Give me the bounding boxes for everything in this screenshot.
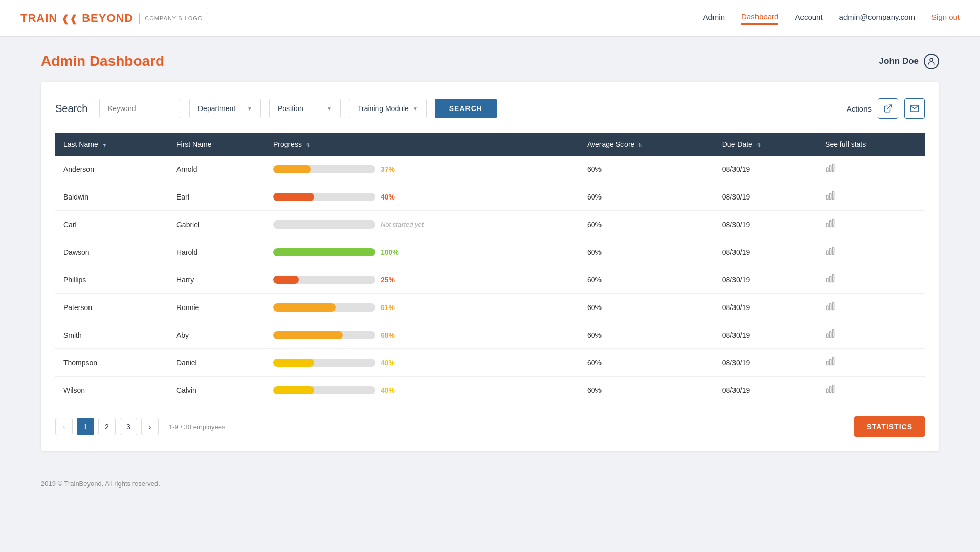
export-icon-button[interactable] (878, 98, 898, 119)
progress-cell: 25% (273, 276, 571, 284)
progress-bar-bg (273, 165, 375, 173)
svg-rect-5 (832, 164, 834, 172)
svg-rect-3 (827, 168, 828, 172)
cell-last-name: Baldwin (55, 183, 168, 211)
nav-dashboard[interactable]: Dashboard (741, 12, 778, 25)
cell-due-date: 08/30/19 (714, 211, 817, 238)
cell-average-score: 60% (579, 183, 714, 211)
bar-chart-icon[interactable] (825, 274, 835, 285)
search-button[interactable]: SEARCH (435, 99, 497, 118)
cell-first-name: Arnold (168, 156, 265, 183)
cell-stats[interactable] (817, 211, 925, 238)
nav-email[interactable]: admin@company.com (839, 13, 915, 24)
cell-average-score: 60% (579, 211, 714, 238)
brand: TRAIN ❰❰ BEYOND COMPANY'S LOGO (20, 12, 703, 25)
cell-last-name: Wilson (55, 377, 168, 404)
svg-rect-13 (829, 249, 831, 255)
cell-stats[interactable] (817, 266, 925, 294)
svg-rect-25 (829, 359, 831, 365)
nav-admin[interactable]: Admin (703, 13, 725, 24)
cell-average-score: 60% (579, 294, 714, 321)
position-dropdown[interactable]: Position ▼ (269, 99, 341, 118)
table-row: Paterson Ronnie 61% 60% 08/30/19 (55, 294, 925, 321)
company-logo-badge: COMPANY'S LOGO (139, 13, 208, 24)
col-last-name[interactable]: Last Name ▼ (55, 133, 168, 156)
svg-rect-18 (827, 306, 828, 310)
bar-chart-icon[interactable] (825, 191, 835, 203)
progress-bar-fill (273, 359, 314, 367)
search-input[interactable] (99, 99, 181, 118)
cell-progress: 61% (265, 294, 579, 321)
brand-beyond: BEYOND (82, 12, 133, 25)
pagination-page-3[interactable]: 3 (120, 418, 137, 435)
col-due-date[interactable]: Due Date ⇅ (714, 133, 817, 156)
bar-chart-icon[interactable] (825, 385, 835, 396)
cell-stats[interactable] (817, 349, 925, 377)
chevron-down-icon: ▼ (327, 106, 332, 112)
cell-stats[interactable] (817, 294, 925, 321)
progress-bar-bg (273, 193, 375, 201)
cell-due-date: 08/30/19 (714, 266, 817, 294)
progress-pct: 40% (381, 386, 405, 394)
progress-pct: 40% (381, 359, 405, 367)
svg-rect-15 (827, 278, 828, 282)
page-footer: 2019 © TrainBeyond. All rights reserved. (0, 468, 980, 500)
col-average-score[interactable]: Average Score ⇅ (579, 133, 714, 156)
cell-stats[interactable] (817, 377, 925, 404)
search-label: Search (55, 103, 91, 115)
table-body: Anderson Arnold 37% 60% 08/30/19 (55, 156, 925, 404)
col-progress[interactable]: Progress ⇅ (265, 133, 579, 156)
cell-last-name: Smith (55, 321, 168, 349)
svg-rect-27 (827, 389, 828, 393)
statistics-button[interactable]: STATISTICS (854, 416, 925, 437)
col-see-full-stats: See full stats (817, 133, 925, 156)
progress-bar-bg (273, 276, 375, 284)
pagination-page-2[interactable]: 2 (98, 418, 116, 435)
progress-pct: 68% (381, 331, 405, 339)
cell-progress: Not started yet (265, 211, 579, 238)
bar-chart-icon[interactable] (825, 357, 835, 368)
department-dropdown[interactable]: Department ▼ (189, 99, 261, 118)
cell-average-score: 60% (579, 266, 714, 294)
cell-stats[interactable] (817, 238, 925, 266)
cell-first-name: Harry (168, 266, 265, 294)
cell-stats[interactable] (817, 156, 925, 183)
chevron-down-icon: ▼ (413, 106, 418, 112)
svg-rect-22 (829, 332, 831, 338)
progress-bar-bg (273, 248, 375, 256)
training-module-dropdown[interactable]: Training Module ▼ (349, 99, 427, 118)
pagination-next[interactable]: › (141, 418, 159, 435)
progress-pct: 40% (381, 193, 405, 201)
table-row: Baldwin Earl 40% 60% 08/30/19 (55, 183, 925, 211)
bar-chart-icon[interactable] (825, 164, 835, 175)
cell-due-date: 08/30/19 (714, 377, 817, 404)
main-card: Search Department ▼ Position ▼ Training … (41, 82, 939, 451)
svg-rect-9 (827, 223, 828, 227)
nav-account[interactable]: Account (795, 13, 822, 24)
bar-chart-icon[interactable] (825, 302, 835, 313)
table-row: Wilson Calvin 40% 60% 08/30/19 (55, 377, 925, 404)
cell-due-date: 08/30/19 (714, 321, 817, 349)
cell-due-date: 08/30/19 (714, 349, 817, 377)
bar-chart-icon[interactable] (825, 247, 835, 258)
cell-stats[interactable] (817, 183, 925, 211)
pagination-page-1[interactable]: 1 (77, 418, 94, 435)
bar-chart-icon[interactable] (825, 219, 835, 230)
cell-due-date: 08/30/19 (714, 294, 817, 321)
cell-stats[interactable] (817, 321, 925, 349)
actions-label: Actions (847, 104, 872, 113)
bar-chart-icon[interactable] (825, 329, 835, 341)
svg-rect-4 (829, 166, 831, 172)
cell-average-score: 60% (579, 377, 714, 404)
cell-due-date: 08/30/19 (714, 183, 817, 211)
svg-rect-20 (832, 302, 834, 310)
email-icon-button[interactable] (904, 98, 925, 119)
nav-signout[interactable]: Sign out (931, 13, 960, 24)
pagination-prev[interactable]: ‹ (55, 418, 73, 435)
table-row: Anderson Arnold 37% 60% 08/30/19 (55, 156, 925, 183)
col-first-name[interactable]: First Name (168, 133, 265, 156)
cell-first-name: Ronnie (168, 294, 265, 321)
user-icon (924, 54, 939, 69)
cell-last-name: Paterson (55, 294, 168, 321)
svg-rect-24 (827, 361, 828, 365)
